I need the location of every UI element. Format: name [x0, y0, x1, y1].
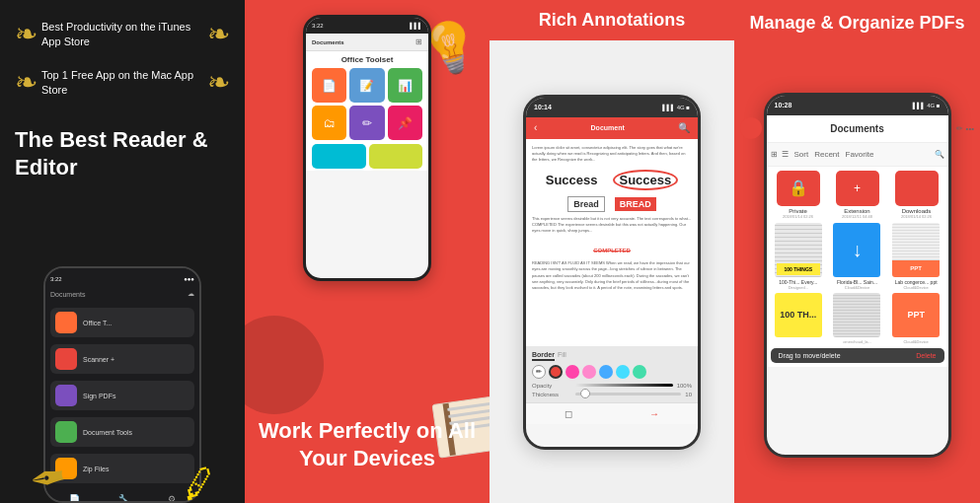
- opacity-value: 100%: [677, 383, 692, 389]
- arrow-icon: ↓: [852, 239, 862, 261]
- border-tab[interactable]: Border: [532, 351, 555, 361]
- list-view-icon[interactable]: ☰: [782, 150, 789, 159]
- opacity-label: Opacity: [532, 383, 571, 389]
- laurel-right-2: ❧: [207, 69, 230, 97]
- thickness-value: 10: [685, 392, 692, 397]
- color-red[interactable]: [549, 365, 563, 379]
- phone-screen-1: 3:22 ●●● Documents ☁ Office T...: [45, 268, 199, 501]
- highlighter-decoration: 🖊: [177, 460, 220, 503]
- doc-lines-5: [833, 293, 880, 337]
- status-icons-1: ●●●: [184, 276, 194, 282]
- doc-thumb-5: [833, 293, 880, 337]
- toolbar-4: ⊞ ☰ Sort Recent Favorite 🔍: [767, 143, 948, 167]
- doc-item-5: omerchoud_la...: [829, 293, 885, 344]
- status-bar-2: 3:22 ▌▌▌: [306, 18, 428, 34]
- folder-icon-downloads: [895, 171, 939, 206]
- panel-dark: ❧ Best Productivity on the iTunes App St…: [0, 0, 245, 503]
- panel2-title: Work Perfectly on All Your Devices: [245, 417, 490, 473]
- phone3-content: Lorem ipsum dolor sit amet, consectetur …: [526, 139, 698, 346]
- nav-annotate-icon[interactable]: →: [649, 408, 659, 419]
- doc-label-1: 100 THINGS: [777, 263, 820, 275]
- nav-2: Documents ⊞: [306, 34, 428, 51]
- doc-item-1: 100 THINGS 100-Thi... Every... Designed.…: [771, 223, 827, 290]
- titlebar-4: Documents ✏ •••: [767, 115, 948, 143]
- grid-item-1: 📄: [312, 68, 346, 103]
- doc-item-6: PPT Cloud&Device: [888, 293, 944, 344]
- doc-source-2: Cloud&Device: [845, 285, 869, 290]
- app-item-2: Scanner +: [50, 344, 194, 374]
- text-paragraph-2: This experience seems desirable but it i…: [532, 216, 692, 235]
- office-grid: 📄 📝 📊 🗂 ✏ 📌: [312, 68, 422, 140]
- status-3: ▌▌▌ 4G ■: [662, 105, 690, 110]
- app-icon-3: [55, 385, 77, 406]
- color-cyan[interactable]: [616, 365, 630, 379]
- extra-row: [312, 144, 422, 169]
- plus-icon: +: [854, 181, 861, 195]
- color-pink[interactable]: [565, 365, 579, 379]
- app-icon-1: [55, 312, 77, 333]
- bottom-icons: 📄 🔧 ⚙: [50, 494, 194, 503]
- color-blue[interactable]: [599, 365, 613, 379]
- doc-thumb-2: ↓: [833, 223, 880, 277]
- doc-thumb-4: 100 TH...: [775, 293, 822, 337]
- grid-icon-1: 📄: [322, 79, 337, 93]
- folder-date-private: 2018/01/14 02:26: [783, 214, 813, 219]
- fill-tab[interactable]: Fill: [558, 351, 566, 361]
- drag-tooltip: Drag to move/delete Delete: [771, 348, 944, 363]
- folder-date-downloads: 2018/01/14 02:26: [901, 214, 932, 219]
- success-comparison: Success Success: [532, 170, 692, 190]
- doc-title-4: Documents: [830, 123, 883, 134]
- favorite-label-4[interactable]: Favorite: [846, 150, 874, 159]
- panel4-phone-container: 10:28 ▌▌▌ 4G ■ Documents ✏ ••• ⊞ ☰ Sort …: [734, 46, 980, 503]
- doc-lines-3: [892, 223, 940, 261]
- doc-source-3: Cloud&Device: [903, 285, 928, 290]
- nav-bar-3: ‹ Document 🔍: [526, 117, 698, 139]
- grid-item-6: 📌: [388, 106, 422, 140]
- panel-red: 3:22 ▌▌▌ Documents ⊞ Office Toolset 📄 📝 …: [245, 0, 490, 503]
- app-label-3: Sign PDFs: [83, 393, 115, 399]
- grid-icon-2: 📝: [359, 79, 374, 93]
- phone-4: 10:28 ▌▌▌ 4G ■ Documents ✏ ••• ⊞ ☰ Sort …: [764, 93, 951, 458]
- phone2-content: Office Toolset 📄 📝 📊 🗂 ✏ 📌: [306, 51, 428, 171]
- back-icon-3[interactable]: ‹: [534, 122, 537, 133]
- app-label-1: Office T...: [83, 320, 112, 326]
- folder-row: 🔒 Private 2018/01/14 02:26 + Extension 2…: [771, 171, 944, 219]
- grid-item-4: 🗂: [312, 106, 346, 140]
- laurel-right-1: ❧: [207, 21, 230, 48]
- laurel-left-1: ❧: [15, 21, 38, 48]
- color-teal[interactable]: [633, 365, 646, 379]
- grid-view-icon[interactable]: ⊞: [771, 150, 778, 159]
- folder-downloads: Downloads 2018/01/14 02:26: [889, 171, 944, 219]
- folder-private: 🔒 Private 2018/01/14 02:26: [771, 171, 826, 219]
- thickness-handle: [580, 389, 590, 398]
- lock-icon: 🔒: [789, 179, 808, 197]
- docs-grid-2: 100 TH... omerchoud_la... PPT Cloud&Devi…: [771, 293, 944, 344]
- laurel-left-2: ❧: [15, 69, 38, 97]
- opacity-slider[interactable]: [575, 384, 673, 387]
- panel3-phone-container: 10:14 ▌▌▌ 4G ■ ‹ Document 🔍 Lorem ipsum …: [490, 40, 734, 503]
- search-icon-3[interactable]: 🔍: [678, 122, 690, 133]
- phone2-office-title: Office Toolset: [312, 55, 422, 64]
- phone2-nav-icon: ⊞: [415, 37, 422, 46]
- success-word-2: Success: [613, 170, 679, 190]
- text-paragraph-3: READING ISN'T AS FLUID AS IT SEEMS When …: [532, 260, 692, 292]
- extra-item-2: [369, 144, 423, 169]
- status-bar-4: 10:28 ▌▌▌ 4G ■: [767, 96, 948, 115]
- status-bar-1: 3:22 ●●●: [50, 276, 194, 282]
- doc-source-6: Cloud&Device: [903, 339, 928, 344]
- award-text-1: Best Productivity on the iTunes App Stor…: [41, 20, 203, 50]
- delete-label[interactable]: Delete: [916, 352, 936, 359]
- search-icon-4[interactable]: 🔍: [935, 150, 944, 159]
- sort-label-4[interactable]: Sort: [794, 150, 809, 159]
- recent-label-4[interactable]: Recent: [814, 150, 839, 159]
- color-light-pink[interactable]: [582, 365, 596, 379]
- extra-item-1: [312, 144, 366, 169]
- nav-mode-icon[interactable]: ◻: [565, 408, 572, 419]
- thickness-slider[interactable]: [575, 393, 681, 395]
- app-label-2: Scanner +: [83, 356, 114, 363]
- panel-organize: Manage & Organize PDFs 10:28 ▌▌▌ 4G ■ Do…: [734, 0, 980, 503]
- grid-icon-3: 📊: [398, 79, 413, 93]
- circle-decoration: [245, 316, 324, 414]
- doc-label-3: PPT: [892, 260, 940, 277]
- doc-title-3: Document: [591, 124, 625, 131]
